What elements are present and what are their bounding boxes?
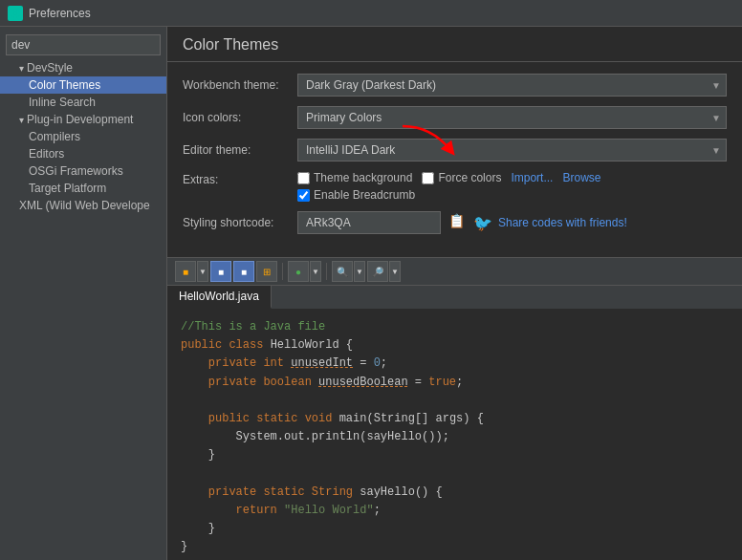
sidebar-item-compilers[interactable]: Compilers (0, 128, 166, 145)
icon-colors-row: Icon colors: Primary Colors Monochrome C… (183, 106, 727, 129)
workbench-dropdown-wrapper: Dark Gray (Darkest Dark) Light High Cont… (297, 74, 727, 97)
shortcode-input[interactable] (297, 211, 441, 234)
extras-line-1: Theme background Force colors Import... … (297, 171, 600, 184)
sidebar-item-inline-search[interactable]: Inline Search (0, 94, 166, 111)
theme-background-label: Theme background (314, 171, 412, 184)
theme-background-checkbox-label[interactable]: Theme background (297, 171, 412, 184)
content-area: Color Themes Workbench theme: Dark Gray … (167, 27, 742, 560)
kw-private-3: private (208, 485, 264, 499)
code-line-8: } (181, 446, 729, 464)
sidebar-item-editors[interactable]: Editors (0, 145, 166, 162)
method-main: main (339, 412, 367, 425)
toolbar-dropdown-arrow-3[interactable]: ▼ (354, 261, 365, 282)
editor-theme-row: Editor theme: IntelliJ IDEA Dark Darcula… (183, 139, 727, 162)
editor-theme-label: Editor theme: (183, 143, 297, 157)
extras-row: Extras: Theme background Force colors Im… (183, 171, 727, 202)
icon-colors-select[interactable]: Primary Colors Monochrome Colorful (297, 106, 727, 129)
sidebar-item-devstyle[interactable]: ▾ DevStyle (0, 59, 166, 76)
toolbar-group-4: 🔎 ▼ (367, 261, 401, 282)
toolbar-btn-magnify[interactable]: 🔎 (367, 261, 388, 282)
color-themes-label: Color Themes (29, 78, 100, 92)
toolbar-btn-green[interactable]: ● (288, 261, 309, 282)
enable-breadcrumb-checkbox-label[interactable]: Enable Breadcrumb (297, 188, 415, 202)
force-colors-label: Force colors (438, 171, 501, 184)
force-colors-checkbox-label[interactable]: Force colors (422, 171, 501, 184)
code-line-5 (181, 392, 729, 410)
sidebar-item-target-platform[interactable]: Target Platform (0, 180, 166, 197)
kw-int: int (263, 356, 291, 370)
code-editor: //This is a Java file public class Hello… (167, 309, 742, 560)
workbench-theme-select[interactable]: Dark Gray (Darkest Dark) Light High Cont… (297, 74, 727, 97)
toolbar-dropdown-arrow-4[interactable]: ▼ (389, 261, 401, 282)
editor-toolbar: ■ ▼ ■ ■ ⊞ ● ▼ 🔍 ▼ 🔎 ▼ (167, 257, 742, 286)
kw-void: void (305, 412, 339, 425)
num-0: 0 (374, 356, 381, 370)
kw-static-2: static (263, 485, 311, 499)
var-unused-int: unusedInt (291, 356, 353, 370)
kw-static: static (256, 412, 304, 425)
kw-return: return (236, 504, 284, 517)
compilers-label: Compilers (29, 130, 80, 143)
code-line-10: private static String sayHello() { (181, 484, 729, 502)
shortcode-row: Styling shortcode: 📋 🐦 Share codes with … (183, 211, 727, 234)
extras-content: Theme background Force colors Import... … (297, 171, 600, 202)
code-line-7: System.out.println(sayHello()); (181, 428, 729, 446)
var-unused-bool: unusedBoolean (318, 376, 408, 389)
twitter-icon[interactable]: 🐦 (473, 214, 492, 232)
svg-point-1 (13, 11, 17, 15)
toolbar-btn-1[interactable]: ■ (175, 261, 196, 282)
extras-line-2: Enable Breadcrumb (297, 188, 600, 202)
comment-1: //This is a Java file (181, 320, 325, 334)
extras-label: Extras: (183, 171, 297, 186)
kw-private-1: private (208, 356, 264, 370)
plugin-dev-arrow: ▾ (19, 115, 24, 125)
inline-search-label: Inline Search (29, 96, 96, 109)
copy-icon[interactable]: 📋 (448, 213, 468, 232)
shortcode-label: Styling shortcode: (183, 216, 297, 229)
toolbar-btn-search[interactable]: 🔍 (332, 261, 353, 282)
code-line-12: } (181, 520, 729, 538)
sidebar-item-plugin-dev[interactable]: ▾ Plug-in Development (0, 111, 166, 128)
osgi-label: OSGi Frameworks (29, 164, 123, 178)
toolbar-btn-blue-2[interactable]: ■ (233, 261, 254, 282)
code-line-2: public class HelloWorld { (181, 336, 729, 355)
content-header: Color Themes (167, 27, 742, 62)
code-line-13: } (181, 538, 729, 556)
toolbar-dropdown-arrow-2[interactable]: ▼ (310, 261, 321, 282)
toolbar-separator-2 (326, 263, 327, 280)
editor-theme-select[interactable]: IntelliJ IDEA Dark Darcula Default (297, 139, 727, 162)
theme-background-checkbox[interactable] (297, 172, 310, 184)
toolbar-btn-blue-1[interactable]: ■ (210, 261, 231, 282)
method-sayhello: sayHello (360, 485, 415, 499)
devstyle-arrow: ▾ (19, 63, 24, 74)
toolbar-btn-3[interactable]: ⊞ (256, 261, 277, 282)
kw-public-1: public (181, 338, 229, 352)
browse-link[interactable]: Browse (562, 171, 600, 184)
classname-hello: HelloWorld (271, 338, 346, 352)
devstyle-label: DevStyle (27, 61, 73, 75)
code-line-1: //This is a Java file (181, 318, 729, 336)
kw-true: true (428, 376, 456, 389)
target-platform-label: Target Platform (29, 182, 106, 195)
code-line-6: public static void main(String[] args) { (181, 410, 729, 428)
str-hello-world: "Hello World" (284, 504, 374, 517)
kw-private-2: private (208, 376, 264, 389)
import-link[interactable]: Import... (511, 171, 553, 184)
sidebar-item-osgi[interactable]: OSGi Frameworks (0, 162, 166, 180)
toolbar-dropdown-arrow-1[interactable]: ▼ (197, 261, 208, 282)
toolbar-group-1: ■ ▼ (175, 261, 208, 282)
xml-label: XML (Wild Web Develope (19, 199, 150, 212)
toolbar-group-2: ● ▼ (288, 261, 321, 282)
sidebar-item-xml[interactable]: XML (Wild Web Develope (0, 197, 166, 214)
window-title: Preferences (29, 7, 91, 20)
search-input[interactable] (6, 34, 161, 55)
editor-tab-helloworld[interactable]: HelloWorld.java (167, 286, 272, 309)
sidebar: ▾ DevStyle Color Themes Inline Search ▾ … (0, 27, 167, 560)
enable-breadcrumb-checkbox[interactable] (297, 189, 310, 202)
code-line-3: private int unusedInt = 0; (181, 355, 729, 373)
icon-colors-label: Icon colors: (183, 111, 297, 124)
sidebar-item-color-themes[interactable]: Color Themes (0, 76, 166, 94)
kw-boolean: boolean (263, 376, 318, 389)
force-colors-checkbox[interactable] (422, 172, 434, 184)
share-label: Share codes with friends! (498, 216, 627, 229)
